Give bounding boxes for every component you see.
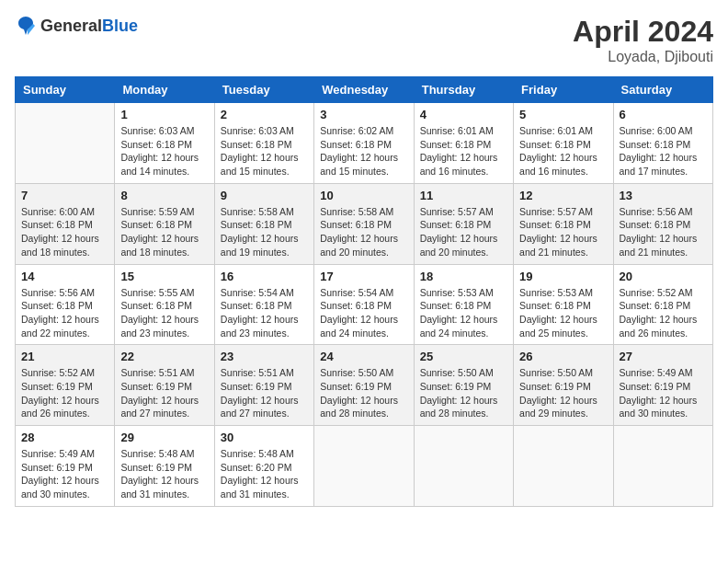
day-number: 28 — [21, 431, 108, 444]
day-number: 7 — [21, 189, 108, 202]
day-info: Sunrise: 5:50 AM Sunset: 6:19 PM Dayligh… — [420, 366, 507, 420]
day-info: Sunrise: 5:51 AM Sunset: 6:19 PM Dayligh… — [221, 366, 308, 420]
day-info: Sunrise: 5:58 AM Sunset: 6:18 PM Dayligh… — [221, 205, 308, 259]
table-row: 25Sunrise: 5:50 AM Sunset: 6:19 PM Dayli… — [414, 345, 513, 426]
day-info: Sunrise: 5:48 AM Sunset: 6:20 PM Dayligh… — [221, 447, 308, 501]
table-row — [414, 426, 513, 507]
header-tuesday: Tuesday — [214, 77, 313, 103]
day-number: 1 — [120, 108, 208, 121]
table-row: 30Sunrise: 5:48 AM Sunset: 6:20 PM Dayli… — [214, 426, 313, 507]
day-info: Sunrise: 5:53 AM Sunset: 6:18 PM Dayligh… — [420, 286, 507, 340]
day-number: 6 — [620, 108, 707, 121]
title-block: April 2024 Loyada, Djibouti — [573, 15, 713, 65]
table-row: 27Sunrise: 5:49 AM Sunset: 6:19 PM Dayli… — [613, 345, 712, 426]
day-info: Sunrise: 5:50 AM Sunset: 6:19 PM Dayligh… — [320, 366, 407, 420]
day-number: 18 — [420, 270, 507, 283]
table-row: 7Sunrise: 6:00 AM Sunset: 6:18 PM Daylig… — [16, 183, 115, 264]
day-info: Sunrise: 6:00 AM Sunset: 6:18 PM Dayligh… — [21, 205, 108, 259]
day-number: 25 — [420, 350, 507, 363]
day-number: 19 — [519, 270, 607, 283]
table-row: 15Sunrise: 5:55 AM Sunset: 6:18 PM Dayli… — [115, 264, 214, 345]
table-row: 2Sunrise: 6:03 AM Sunset: 6:18 PM Daylig… — [214, 103, 313, 184]
table-row: 5Sunrise: 6:01 AM Sunset: 6:18 PM Daylig… — [514, 103, 613, 184]
table-row — [613, 426, 712, 507]
day-number: 22 — [120, 350, 208, 363]
day-info: Sunrise: 5:50 AM Sunset: 6:19 PM Dayligh… — [519, 366, 607, 420]
table-row — [16, 103, 115, 184]
logo-general: General — [40, 17, 102, 35]
day-number: 30 — [221, 431, 308, 444]
header-wednesday: Wednesday — [314, 77, 414, 103]
day-number: 3 — [320, 108, 407, 121]
day-info: Sunrise: 5:52 AM Sunset: 6:18 PM Dayligh… — [620, 286, 707, 340]
table-row: 9Sunrise: 5:58 AM Sunset: 6:18 PM Daylig… — [214, 183, 313, 264]
day-info: Sunrise: 5:57 AM Sunset: 6:18 PM Dayligh… — [420, 205, 507, 259]
day-info: Sunrise: 5:54 AM Sunset: 6:18 PM Dayligh… — [221, 286, 308, 340]
day-info: Sunrise: 5:58 AM Sunset: 6:18 PM Dayligh… — [320, 205, 407, 259]
day-number: 23 — [221, 350, 308, 363]
table-row: 17Sunrise: 5:54 AM Sunset: 6:18 PM Dayli… — [314, 264, 414, 345]
page-header: GeneralBlue April 2024 Loyada, Djibouti — [15, 15, 713, 65]
table-row: 22Sunrise: 5:51 AM Sunset: 6:19 PM Dayli… — [115, 345, 214, 426]
logo: GeneralBlue — [15, 15, 138, 37]
day-number: 14 — [21, 270, 108, 283]
day-number: 12 — [519, 189, 607, 202]
header-thursday: Thursday — [414, 77, 513, 103]
header-monday: Monday — [115, 77, 214, 103]
table-row: 14Sunrise: 5:56 AM Sunset: 6:18 PM Dayli… — [16, 264, 115, 345]
day-info: Sunrise: 6:03 AM Sunset: 6:18 PM Dayligh… — [221, 124, 308, 178]
day-number: 26 — [519, 350, 607, 363]
day-info: Sunrise: 5:59 AM Sunset: 6:18 PM Dayligh… — [120, 205, 208, 259]
day-info: Sunrise: 5:55 AM Sunset: 6:18 PM Dayligh… — [120, 286, 208, 340]
day-info: Sunrise: 5:49 AM Sunset: 6:19 PM Dayligh… — [620, 366, 707, 420]
logo-icon — [15, 15, 37, 37]
day-info: Sunrise: 5:53 AM Sunset: 6:18 PM Dayligh… — [519, 286, 607, 340]
day-info: Sunrise: 6:01 AM Sunset: 6:18 PM Dayligh… — [519, 124, 607, 178]
day-info: Sunrise: 6:00 AM Sunset: 6:18 PM Dayligh… — [620, 124, 707, 178]
table-row: 8Sunrise: 5:59 AM Sunset: 6:18 PM Daylig… — [115, 183, 214, 264]
day-number: 10 — [320, 189, 407, 202]
table-row: 3Sunrise: 6:02 AM Sunset: 6:18 PM Daylig… — [314, 103, 414, 184]
calendar-table: Sunday Monday Tuesday Wednesday Thursday… — [15, 76, 713, 507]
day-info: Sunrise: 5:57 AM Sunset: 6:18 PM Dayligh… — [519, 205, 607, 259]
month-year: April 2024 — [573, 15, 713, 49]
day-info: Sunrise: 6:01 AM Sunset: 6:18 PM Dayligh… — [420, 124, 507, 178]
day-number: 13 — [620, 189, 707, 202]
day-number: 16 — [221, 270, 308, 283]
day-number: 5 — [519, 108, 607, 121]
weekday-header-row: Sunday Monday Tuesday Wednesday Thursday… — [16, 77, 713, 103]
table-row: 29Sunrise: 5:48 AM Sunset: 6:19 PM Dayli… — [115, 426, 214, 507]
day-number: 9 — [221, 189, 308, 202]
day-number: 11 — [420, 189, 507, 202]
table-row: 21Sunrise: 5:52 AM Sunset: 6:19 PM Dayli… — [16, 345, 115, 426]
day-info: Sunrise: 5:56 AM Sunset: 6:18 PM Dayligh… — [21, 286, 108, 340]
table-row — [314, 426, 414, 507]
header-friday: Friday — [514, 77, 613, 103]
day-number: 24 — [320, 350, 407, 363]
table-row: 11Sunrise: 5:57 AM Sunset: 6:18 PM Dayli… — [414, 183, 513, 264]
day-info: Sunrise: 5:51 AM Sunset: 6:19 PM Dayligh… — [120, 366, 208, 420]
table-row: 23Sunrise: 5:51 AM Sunset: 6:19 PM Dayli… — [214, 345, 313, 426]
table-row: 19Sunrise: 5:53 AM Sunset: 6:18 PM Dayli… — [514, 264, 613, 345]
calendar-week-row: 1Sunrise: 6:03 AM Sunset: 6:18 PM Daylig… — [16, 103, 713, 184]
day-number: 27 — [620, 350, 707, 363]
day-number: 20 — [620, 270, 707, 283]
table-row: 24Sunrise: 5:50 AM Sunset: 6:19 PM Dayli… — [314, 345, 414, 426]
day-number: 17 — [320, 270, 407, 283]
day-number: 2 — [221, 108, 308, 121]
day-info: Sunrise: 6:02 AM Sunset: 6:18 PM Dayligh… — [320, 124, 407, 178]
table-row — [514, 426, 613, 507]
day-number: 21 — [21, 350, 108, 363]
table-row: 18Sunrise: 5:53 AM Sunset: 6:18 PM Dayli… — [414, 264, 513, 345]
table-row: 26Sunrise: 5:50 AM Sunset: 6:19 PM Dayli… — [514, 345, 613, 426]
table-row: 28Sunrise: 5:49 AM Sunset: 6:19 PM Dayli… — [16, 426, 115, 507]
day-info: Sunrise: 6:03 AM Sunset: 6:18 PM Dayligh… — [120, 124, 208, 178]
calendar-week-row: 14Sunrise: 5:56 AM Sunset: 6:18 PM Dayli… — [16, 264, 713, 345]
header-sunday: Sunday — [16, 77, 115, 103]
day-info: Sunrise: 5:56 AM Sunset: 6:18 PM Dayligh… — [620, 205, 707, 259]
calendar-week-row: 21Sunrise: 5:52 AM Sunset: 6:19 PM Dayli… — [16, 345, 713, 426]
day-number: 4 — [420, 108, 507, 121]
day-info: Sunrise: 5:48 AM Sunset: 6:19 PM Dayligh… — [120, 447, 208, 501]
table-row: 1Sunrise: 6:03 AM Sunset: 6:18 PM Daylig… — [115, 103, 214, 184]
table-row: 12Sunrise: 5:57 AM Sunset: 6:18 PM Dayli… — [514, 183, 613, 264]
